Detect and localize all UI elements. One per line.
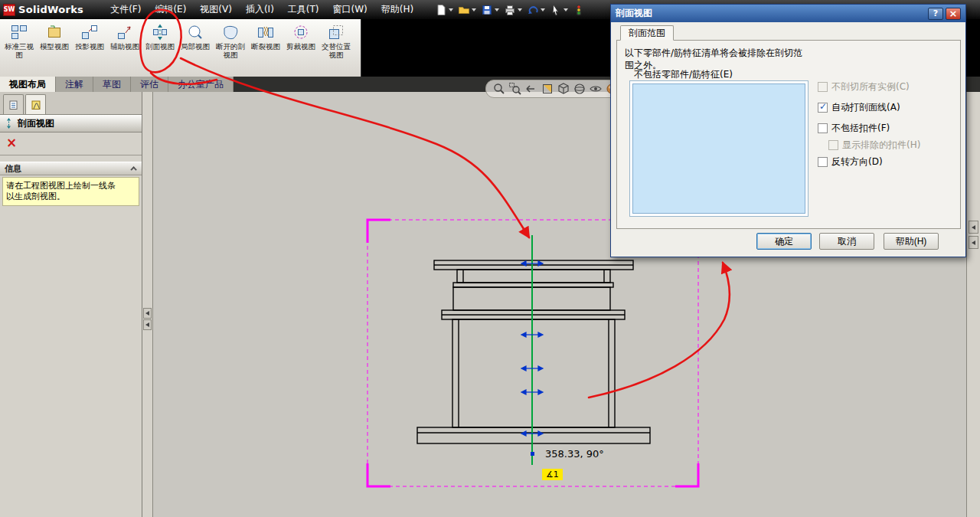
collapse-chevron-icon[interactable] xyxy=(130,166,136,172)
menu-file[interactable]: 文件(F) xyxy=(103,0,148,19)
panel-collapse-button[interactable] xyxy=(143,319,152,330)
panel-tab-strip xyxy=(0,92,142,115)
projected-view-button[interactable]: 投影视图 xyxy=(72,21,107,75)
standard-3-view-button[interactable]: 标准三视图 xyxy=(2,21,37,75)
chevron-down-icon[interactable] xyxy=(564,8,568,11)
info-section-title: 信息 xyxy=(5,163,21,175)
feature-tree-icon xyxy=(8,100,19,110)
zoom-fit-button[interactable] xyxy=(492,82,506,96)
menu-window[interactable]: 窗口(W) xyxy=(326,0,374,19)
view-orientation-button[interactable] xyxy=(557,82,570,96)
tab-evaluate[interactable]: 评估 xyxy=(131,77,168,92)
dialog-close-button[interactable] xyxy=(946,8,961,20)
exclusion-listbox[interactable] xyxy=(629,80,808,217)
chevron-down-icon[interactable] xyxy=(495,8,499,11)
checkbox-show-excluded-fasteners[interactable]: 显示排除的扣件(H) xyxy=(828,139,920,152)
auxiliary-view-button[interactable]: 辅助视图 xyxy=(107,21,142,75)
tab-sketch[interactable]: 草图 xyxy=(93,77,131,92)
alternate-position-view-button[interactable]: 交替位置视图 xyxy=(318,21,354,75)
checkbox-label: 显示排除的扣件(H) xyxy=(842,139,920,152)
menu-help[interactable]: 帮助(H) xyxy=(374,0,420,19)
chevron-down-icon[interactable] xyxy=(518,8,522,11)
view-layout-toolbar: 标准三视图 模型视图 投影视图 辅助视图 剖面视图 局部视图 xyxy=(0,19,361,77)
panel-splitter[interactable] xyxy=(142,92,153,517)
break-view-button[interactable]: 断裂视图 xyxy=(248,21,283,75)
checkbox-icon xyxy=(818,123,828,133)
ok-button[interactable]: 确定 xyxy=(756,233,812,250)
cancel-button[interactable]: 取消 xyxy=(819,233,874,250)
section-scope-page: 以下零部件/筋特征清单将会被排除在剖切范 围之外。 不包括零部件/筋特征(E) … xyxy=(616,40,961,229)
task-pane-expand-button[interactable] xyxy=(969,236,978,249)
checkbox-dont-section-all-instances[interactable]: 不剖切所有实例(C) xyxy=(818,80,910,93)
dialog-help-button[interactable] xyxy=(928,8,943,20)
broken-out-section-button[interactable]: 断开的剖视图 xyxy=(213,21,248,75)
panel-tab-property-manager[interactable] xyxy=(25,94,46,114)
crop-view-button[interactable]: 剪裁视图 xyxy=(283,21,318,75)
save-button[interactable] xyxy=(479,2,501,18)
standard-3-view-icon xyxy=(11,24,28,41)
info-section-header[interactable]: 信息 xyxy=(0,162,142,175)
view-cube-icon xyxy=(557,82,570,96)
select-arrow-icon xyxy=(550,4,562,16)
new-document-icon xyxy=(435,4,447,16)
property-manager-header: 剖面视图 xyxy=(0,115,142,133)
undo-button[interactable] xyxy=(524,2,547,18)
checkbox-auto-hatching[interactable]: 自动打剖面线(A) xyxy=(818,101,900,114)
info-message-line: 以生成剖视图。 xyxy=(6,191,136,202)
chevron-down-icon[interactable] xyxy=(449,8,453,11)
menu-view[interactable]: 视图(V) xyxy=(193,0,239,19)
display-style-button[interactable] xyxy=(573,82,586,96)
button-label: 模型视图 xyxy=(40,42,69,51)
print-icon xyxy=(504,4,516,16)
button-label: 断裂视图 xyxy=(251,42,280,51)
tab-office-products[interactable]: 办公室产品 xyxy=(168,77,234,92)
pm-cancel-button[interactable] xyxy=(2,135,21,150)
tab-annotation[interactable]: 注解 xyxy=(56,77,93,92)
menu-edit[interactable]: 编辑(E) xyxy=(148,0,193,19)
menu-insert[interactable]: 插入(I) xyxy=(239,0,281,19)
checkbox-icon xyxy=(828,140,838,150)
section-view-dialog: 剖面视图 剖面范围 以下零部件/筋特征清单将会被排除在剖切范 围之外。 不包括零… xyxy=(610,4,966,257)
help-button[interactable]: 帮助(H) xyxy=(884,233,939,250)
select-button[interactable] xyxy=(547,2,570,18)
section-view-button[interactable]: 剖面视图 xyxy=(142,21,178,75)
checkbox-exclude-fasteners[interactable]: 不包括扣件(F) xyxy=(818,122,890,135)
solidworks-logo-icon: SW xyxy=(3,4,15,16)
info-message-box: 请在工程图视图上绘制一线条 以生成剖视图。 xyxy=(2,177,139,206)
solidworks-window: SW SolidWorks 文件(F) 编辑(E) 视图(V) 插入(I) 工具… xyxy=(0,0,980,517)
status-light-button[interactable] xyxy=(570,2,587,18)
dialog-titlebar[interactable]: 剖面视图 xyxy=(611,5,965,22)
app-title: SolidWorks xyxy=(18,4,83,15)
broken-out-section-icon xyxy=(222,24,239,41)
model-view-button[interactable]: 模型视图 xyxy=(37,21,72,75)
previous-view-button[interactable] xyxy=(524,82,538,96)
arrow-left-icon xyxy=(972,225,975,230)
section-view-icon xyxy=(152,24,168,41)
chevron-down-icon[interactable] xyxy=(541,8,545,11)
new-document-button[interactable] xyxy=(433,2,456,18)
panel-tab-feature-tree[interactable] xyxy=(3,94,24,114)
checkbox-flip-direction[interactable]: 反转方向(D) xyxy=(818,155,883,169)
arrow-left-icon xyxy=(145,322,149,327)
task-pane-expand-button[interactable] xyxy=(969,221,978,234)
open-folder-icon xyxy=(458,4,470,16)
quick-access-toolbar xyxy=(433,2,587,18)
hide-show-items-button[interactable] xyxy=(589,82,603,96)
button-label: 标准三视图 xyxy=(2,42,37,59)
button-label: 局部视图 xyxy=(181,42,210,51)
detail-view-icon xyxy=(187,24,204,41)
open-button[interactable] xyxy=(456,2,479,18)
zoom-area-button[interactable] xyxy=(508,82,522,96)
button-label: 断开的剖视图 xyxy=(213,42,248,59)
button-label: 交替位置视图 xyxy=(318,42,354,59)
undo-icon xyxy=(527,4,539,16)
section-view-hud-button[interactable] xyxy=(541,82,554,96)
detail-view-button[interactable]: 局部视图 xyxy=(178,21,213,75)
menu-tools[interactable]: 工具(T) xyxy=(281,0,326,19)
tab-view-layout[interactable]: 视图布局 xyxy=(0,77,56,92)
tab-section-scope[interactable]: 剖面范围 xyxy=(620,25,674,41)
print-button[interactable] xyxy=(501,2,524,18)
panel-collapse-button[interactable] xyxy=(143,308,152,319)
chevron-down-icon[interactable] xyxy=(472,8,476,11)
arrow-left-icon xyxy=(145,311,149,316)
